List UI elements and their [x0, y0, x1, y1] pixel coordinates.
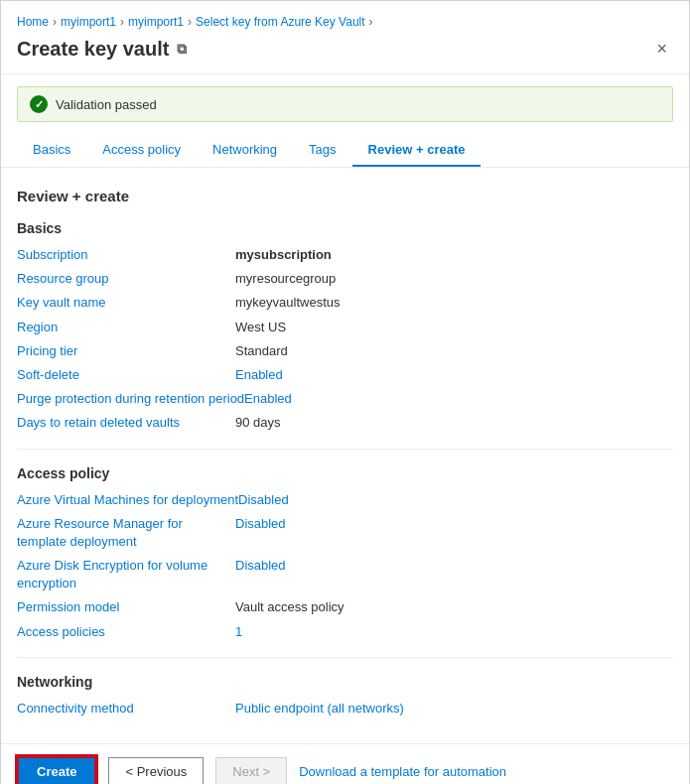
- field-key-vault-name: Key vault name mykeyvaultwestus: [17, 294, 673, 312]
- field-purge-protection: Purge protection during retention period…: [17, 390, 673, 408]
- field-permission-model: Permission model Vault access policy: [17, 598, 673, 616]
- field-label-access-policies: Access policies: [17, 623, 235, 641]
- field-value-permission-model: Vault access policy: [235, 598, 345, 616]
- download-template-button[interactable]: Download a template for automation: [299, 758, 506, 784]
- field-label-permission-model: Permission model: [17, 598, 235, 616]
- window-header: Home › myimport1 › myimport1 › Select ke…: [1, 1, 689, 74]
- tab-access-policy[interactable]: Access policy: [86, 134, 197, 167]
- field-arm-template: Azure Resource Manager for template depl…: [17, 515, 673, 551]
- breadcrumb-sep-4: ›: [369, 15, 373, 29]
- field-label-key-vault-name: Key vault name: [17, 294, 235, 312]
- field-pricing-tier: Pricing tier Standard: [17, 342, 673, 360]
- breadcrumb-myimport1-2[interactable]: myimport1: [128, 15, 184, 29]
- attach-icon[interactable]: ⧉: [177, 41, 187, 58]
- field-label-subscription: Subscription: [17, 246, 235, 264]
- field-value-pricing-tier: Standard: [235, 342, 288, 360]
- field-label-soft-delete: Soft-delete: [17, 366, 235, 384]
- breadcrumb-myimport1-1[interactable]: myimport1: [61, 15, 116, 29]
- field-resource-group: Resource group myresourcegroup: [17, 270, 673, 288]
- title-row: Create key vault ⧉ ×: [17, 37, 673, 62]
- field-access-policies: Access policies 1: [17, 623, 673, 641]
- field-value-resource-group: myresourcegroup: [235, 270, 336, 288]
- field-label-days-retain: Days to retain deleted vaults: [17, 414, 235, 432]
- networking-header: Networking: [17, 674, 673, 690]
- field-value-vm-deployment: Disabled: [238, 491, 289, 509]
- field-subscription: Subscription mysubscription: [17, 246, 673, 264]
- previous-button[interactable]: < Previous: [108, 757, 204, 784]
- validation-text: Validation passed: [56, 97, 157, 112]
- field-disk-encryption: Azure Disk Encryption for volume encrypt…: [17, 557, 673, 592]
- field-label-purge-protection: Purge protection during retention period: [17, 390, 244, 408]
- basics-header: Basics: [17, 220, 673, 236]
- field-value-purge-protection: Enabled: [244, 390, 292, 408]
- field-label-region: Region: [17, 319, 235, 336]
- tabs-container: Basics Access policy Networking Tags Rev…: [1, 134, 689, 168]
- field-value-region: West US: [235, 319, 286, 336]
- field-connectivity: Connectivity method Public endpoint (all…: [17, 700, 673, 718]
- field-value-soft-delete: Enabled: [235, 366, 283, 384]
- tab-basics[interactable]: Basics: [17, 134, 86, 167]
- validation-banner: Validation passed: [17, 86, 673, 122]
- breadcrumb-sep-3: ›: [188, 15, 192, 29]
- field-value-key-vault-name: mykeyvaultwestus: [235, 294, 340, 312]
- window-title: Create key vault ⧉: [17, 38, 187, 61]
- field-value-subscription: mysubscription: [235, 246, 332, 264]
- section-title: Review + create: [17, 188, 673, 204]
- field-label-resource-group: Resource group: [17, 270, 235, 288]
- close-button[interactable]: ×: [650, 37, 673, 62]
- field-value-arm-template: Disabled: [235, 515, 286, 533]
- validation-check-icon: [30, 95, 48, 113]
- field-label-connectivity: Connectivity method: [17, 700, 235, 718]
- field-vm-deployment: Azure Virtual Machines for deployment Di…: [17, 491, 673, 509]
- divider-2: [17, 657, 673, 658]
- field-label-pricing-tier: Pricing tier: [17, 342, 235, 360]
- tab-tags[interactable]: Tags: [293, 134, 351, 167]
- breadcrumb-sep-1: ›: [53, 15, 57, 29]
- footer: Create < Previous Next > Download a temp…: [1, 743, 689, 784]
- field-label-vm-deployment: Azure Virtual Machines for deployment: [17, 491, 238, 509]
- breadcrumb-sep-2: ›: [120, 15, 124, 29]
- next-button[interactable]: Next >: [215, 757, 287, 784]
- breadcrumb: Home › myimport1 › myimport1 › Select ke…: [17, 15, 673, 29]
- create-key-vault-window: Home › myimport1 › myimport1 › Select ke…: [0, 0, 690, 784]
- field-soft-delete: Soft-delete Enabled: [17, 366, 673, 384]
- window-title-text: Create key vault: [17, 38, 169, 61]
- field-value-days-retain: 90 days: [235, 414, 281, 432]
- field-label-arm-template: Azure Resource Manager for template depl…: [17, 515, 235, 551]
- breadcrumb-select-key[interactable]: Select key from Azure Key Vault: [196, 15, 365, 29]
- field-region: Region West US: [17, 319, 673, 336]
- divider-1: [17, 449, 673, 450]
- main-content: Review + create Basics Subscription mysu…: [1, 168, 689, 743]
- field-value-disk-encryption: Disabled: [235, 557, 286, 575]
- access-policy-header: Access policy: [17, 465, 673, 481]
- field-value-access-policies: 1: [235, 623, 242, 641]
- tab-review-create[interactable]: Review + create: [352, 134, 482, 167]
- field-days-retain: Days to retain deleted vaults 90 days: [17, 414, 673, 432]
- field-label-disk-encryption: Azure Disk Encryption for volume encrypt…: [17, 557, 235, 592]
- field-value-connectivity: Public endpoint (all networks): [235, 700, 404, 718]
- breadcrumb-home[interactable]: Home: [17, 15, 49, 29]
- tab-networking[interactable]: Networking: [197, 134, 293, 167]
- create-button[interactable]: Create: [17, 756, 96, 784]
